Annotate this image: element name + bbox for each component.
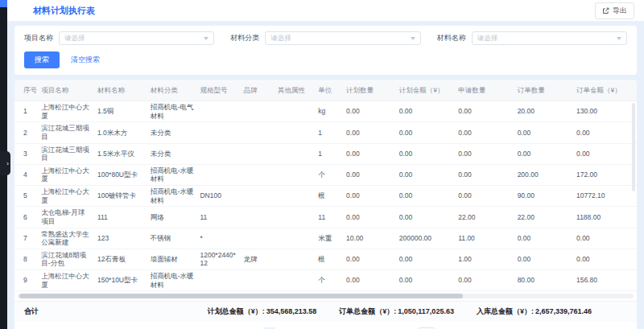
summary-item-label: 计划总金额（¥）: [208, 307, 265, 315]
table-cell: 0.00 [573, 143, 637, 164]
table-cell: 0.00 [396, 164, 455, 185]
table-cell [241, 143, 275, 164]
column-header[interactable]: 申请数量 [455, 81, 514, 101]
filter-select[interactable]: 请选择 [59, 31, 214, 45]
table-row[interactable]: 1上海松江中心大厦1.5铜招商机电-电气材料kg0.000.000.0020.0… [14, 101, 637, 122]
table-cell: 0.00 [455, 122, 514, 143]
table-cell: 个 [315, 270, 343, 291]
table-row[interactable]: 9上海松江中心大厦150*10U型卡招商机电-水暖材料个0.000.000.00… [14, 270, 637, 291]
table-cell: 招商机电-水暖材料 [147, 186, 197, 207]
column-header[interactable]: 其他属性 [275, 81, 315, 101]
vertical-scrollbar[interactable] [632, 103, 635, 191]
table-cell [275, 228, 315, 249]
table-cell: 1.0米木方 [94, 122, 147, 143]
table-cell: 0.00 [396, 270, 455, 291]
search-button[interactable]: 搜索 [24, 51, 60, 68]
table-row[interactable]: 8滨江花城8期项目-分包12石膏板墙面辅材1200*2440*12龙牌根0.00… [14, 249, 637, 269]
summary-total-label: 合计 [24, 306, 39, 317]
table-cell: 0.00 [396, 122, 455, 143]
filter-panel: 项目名称请选择材料分类请选择材料名称请选择 搜索 清空搜索 [14, 26, 637, 75]
table-cell: 0.00 [573, 122, 637, 143]
table-cell: 1 [315, 143, 343, 164]
table-row[interactable]: 2滨江花城三期项目1.0米木方未分类10.000.000.000.000.00 [14, 122, 637, 143]
table-cell: 根 [315, 186, 343, 207]
table-cell: 123 [94, 228, 147, 249]
table-cell: 0.00 [343, 164, 396, 185]
column-header[interactable]: 品牌 [241, 81, 275, 101]
chevron-right-icon: › [6, 160, 9, 167]
table-cell: 0.00 [343, 143, 396, 164]
export-icon [602, 7, 609, 14]
chevron-down-icon [204, 37, 208, 40]
column-header[interactable]: 材料分类 [147, 81, 197, 101]
sidebar-toggle[interactable]: › [0, 151, 10, 175]
table-cell [241, 228, 275, 249]
column-header[interactable]: 单位 [315, 81, 343, 101]
column-header[interactable]: 材料名称 [94, 81, 147, 101]
clear-search-button[interactable]: 清空搜索 [71, 55, 100, 65]
table-cell: 0.00 [455, 164, 514, 185]
column-header[interactable]: 规格型号 [196, 81, 240, 101]
table-cell: 1200*2440*12 [196, 249, 240, 269]
table-cell: 个 [315, 164, 343, 185]
column-header[interactable]: 项目名称 [38, 81, 94, 101]
table-cell: 111 [94, 207, 147, 228]
table-cell: 6 [14, 207, 38, 228]
table-cell: 200.00 [514, 164, 573, 185]
table-cell: 20.00 [514, 101, 573, 122]
table-cell: 0.00 [514, 249, 573, 269]
table-cell: 0.00 [514, 143, 573, 164]
table-row[interactable]: 7常熟盛达大学生公寓新建123不锈钢*米重10.00200000.0011.00… [14, 228, 637, 249]
table-row[interactable]: 6太仓电梯-月球项目111网络11110.000.0022.0022.00118… [14, 207, 637, 228]
summary-item: 入库总金额（¥）:2,657,339,761.46 [477, 306, 592, 317]
table-row[interactable]: 4上海松江中心大厦100*80U型卡招商机电-水暖材料个0.000.000.00… [14, 164, 637, 185]
filter-select[interactable]: 请选择 [265, 31, 420, 45]
table-row[interactable]: 5上海松江中心大厦100镀锌管卡招商机电-水暖材料DN100根0.000.000… [14, 186, 637, 207]
table-cell: 0.00 [514, 122, 573, 143]
summary-item-value: 2,657,339,761.46 [535, 307, 592, 315]
table-cell: 网络 [147, 207, 197, 228]
table-cell: 0.00 [455, 143, 514, 164]
summary-item-value: 354,568,213.58 [266, 307, 317, 315]
filter-field-1: 项目名称请选择 [24, 31, 214, 45]
content: 项目名称请选择材料分类请选择材料名称请选择 搜索 清空搜索 序号项目名称材料名称… [7, 21, 644, 329]
table-cell: 0.00 [455, 186, 514, 207]
filter-label: 材料名称 [437, 33, 466, 43]
table-cell [196, 143, 240, 164]
table-cell: 100*80U型卡 [94, 164, 147, 185]
filter-select[interactable]: 请选择 [472, 31, 627, 45]
table-row[interactable]: 3滨江花城三期项目1.5米水平仪未分类10.000.000.000.000.00 [14, 143, 637, 164]
column-header[interactable]: 计划金额（¥） [396, 81, 455, 101]
table-cell: 12石膏板 [94, 249, 147, 269]
table-cell: * [196, 228, 240, 249]
table-cell: 100镀锌管卡 [94, 186, 147, 207]
scrollbar-thumb[interactable] [19, 294, 463, 298]
table-cell [275, 164, 315, 185]
export-label: 导出 [613, 6, 627, 16]
table-cell [275, 122, 315, 143]
table-cell: 上海松江中心大厦 [38, 164, 94, 185]
column-header[interactable]: 计划数量 [343, 81, 396, 101]
summary-item: 计划总金额（¥）:354,568,213.58 [208, 306, 317, 317]
column-header[interactable]: 订单金额（¥） [573, 81, 637, 101]
table-cell: 11 [196, 207, 240, 228]
pagination: 共 1673 条 ‹ 123456...84 › 前往 页 [14, 322, 637, 329]
table-cell [196, 270, 240, 291]
filter-label: 材料分类 [230, 33, 259, 43]
table-cell: 龙牌 [241, 249, 275, 269]
table-cell: 4 [14, 164, 38, 185]
table-cell: 滨江花城三期项目 [38, 122, 94, 143]
table-cell: 11.00 [455, 228, 514, 249]
table-cell: 0.00 [343, 186, 396, 207]
table-cell: 156.80 [573, 270, 637, 291]
table-cell: 米重 [315, 228, 343, 249]
table-cell [275, 101, 315, 122]
table-cell [241, 122, 275, 143]
export-button[interactable]: 导出 [595, 2, 634, 19]
table-cell: 22.00 [455, 207, 514, 228]
table-cell: 招商机电-电气材料 [147, 101, 197, 122]
column-header[interactable]: 订单数量 [514, 81, 573, 101]
table-cell: 0.00 [396, 207, 455, 228]
horizontal-scrollbar[interactable] [18, 294, 634, 298]
column-header[interactable]: 序号 [14, 81, 38, 101]
